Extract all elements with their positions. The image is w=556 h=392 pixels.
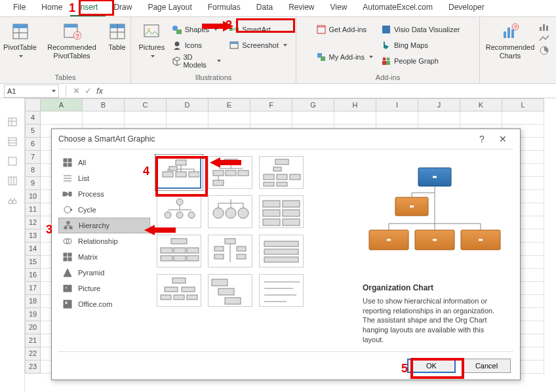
cell[interactable] xyxy=(502,111,544,125)
category-matrix[interactable]: Matrix xyxy=(58,249,150,265)
col-header[interactable]: C xyxy=(125,98,167,111)
layout-thumbnail[interactable] xyxy=(157,235,201,267)
fx-button[interactable]: fx xyxy=(94,86,106,96)
row-header[interactable]: 9 xyxy=(25,177,41,190)
cell[interactable] xyxy=(250,111,292,125)
cell[interactable] xyxy=(41,111,83,125)
row-header[interactable]: 18 xyxy=(25,295,41,308)
layout-thumbnail[interactable] xyxy=(208,235,252,267)
row-header[interactable]: 11 xyxy=(25,203,41,216)
category-relationship[interactable]: Relationship xyxy=(58,233,150,249)
cell[interactable] xyxy=(167,111,208,125)
row-header[interactable]: 4 xyxy=(25,111,41,125)
layout-thumbnail[interactable] xyxy=(208,156,252,189)
tab-file[interactable]: File xyxy=(5,0,33,16)
people-graph-button[interactable]: People Graph xyxy=(378,54,462,68)
col-header[interactable]: I xyxy=(376,98,418,111)
dialog-close-button[interactable]: ✕ xyxy=(492,134,513,144)
bar-chart-icon[interactable] xyxy=(539,22,549,31)
row-header[interactable]: 8 xyxy=(25,164,41,177)
col-header[interactable]: E xyxy=(208,98,250,111)
tab-developer[interactable]: Developer xyxy=(441,0,492,16)
tab-data[interactable]: Data xyxy=(248,0,281,16)
tab-view[interactable]: View xyxy=(323,0,355,16)
tab-review[interactable]: Review xyxy=(281,0,322,16)
tab-home[interactable]: Home xyxy=(33,0,70,16)
pictures-button[interactable]: Pictures xyxy=(137,20,167,68)
col-header[interactable]: K xyxy=(460,98,502,111)
tab-formulas[interactable]: Formulas xyxy=(200,0,248,16)
cell[interactable] xyxy=(418,111,460,125)
row-header[interactable]: 13 xyxy=(25,229,41,243)
my-addins-button[interactable]: My Add-ins xyxy=(313,50,376,64)
layout-thumbnail[interactable] xyxy=(259,195,304,228)
cell[interactable] xyxy=(334,111,376,125)
layout-thumbnail[interactable] xyxy=(259,235,304,267)
row-header[interactable]: 19 xyxy=(25,308,41,321)
ok-button[interactable]: OK xyxy=(407,359,456,373)
col-header[interactable]: G xyxy=(292,98,334,111)
category-hierarchy[interactable]: Hierarchy xyxy=(58,218,150,233)
icons-button[interactable]: Icons xyxy=(169,38,224,52)
col-header[interactable]: B xyxy=(83,98,125,111)
sheet-icon[interactable] xyxy=(7,136,18,147)
row-header[interactable]: 22 xyxy=(25,347,41,361)
recommended-charts-button[interactable]: ? Recommended Charts xyxy=(484,20,536,60)
3dmodels-button[interactable]: 3D Models xyxy=(169,54,224,68)
row-header[interactable]: 16 xyxy=(25,269,41,282)
binoculars-icon[interactable] xyxy=(7,195,18,206)
row-header[interactable]: 5 xyxy=(25,125,41,138)
pie-chart-icon[interactable] xyxy=(539,46,549,55)
tab-pagelayout[interactable]: Page Layout xyxy=(140,0,199,16)
layout-thumbnail[interactable] xyxy=(259,156,304,189)
sheet-icon[interactable] xyxy=(7,156,18,167)
row-header[interactable]: 20 xyxy=(25,321,41,334)
bing-maps-button[interactable]: Bing Maps xyxy=(378,38,462,52)
cell[interactable] xyxy=(376,111,418,125)
category-process[interactable]: Process xyxy=(58,186,150,202)
cancel-button[interactable]: Cancel xyxy=(462,359,511,373)
recommended-pivottables-button[interactable]: ? Recommended PivotTables xyxy=(44,20,100,60)
row-header[interactable]: 15 xyxy=(25,256,41,269)
row-header[interactable]: 21 xyxy=(25,334,41,347)
name-box[interactable]: A1 xyxy=(4,85,59,98)
smartart-button[interactable]: SmartArt xyxy=(226,22,290,37)
cell[interactable] xyxy=(292,111,334,125)
select-all-corner[interactable] xyxy=(25,98,41,111)
layout-thumbnail[interactable] xyxy=(157,195,201,228)
col-header[interactable]: J xyxy=(418,98,460,111)
col-header[interactable]: A xyxy=(41,98,83,111)
tab-draw[interactable]: Draw xyxy=(106,0,140,16)
row-header[interactable]: 7 xyxy=(25,151,41,164)
category-list[interactable]: List xyxy=(58,170,150,186)
get-addins-button[interactable]: Get Add-ins xyxy=(313,22,376,37)
row-header[interactable]: 17 xyxy=(25,282,41,295)
dialog-help-button[interactable]: ? xyxy=(471,134,492,144)
sheet-icon[interactable] xyxy=(7,176,18,186)
sheet-icon[interactable] xyxy=(7,117,18,127)
row-header[interactable]: 14 xyxy=(25,243,41,256)
tab-insert[interactable]: Insert xyxy=(70,0,106,16)
cell[interactable] xyxy=(83,111,125,125)
layout-thumbnail[interactable] xyxy=(157,274,201,307)
line-chart-icon[interactable] xyxy=(539,34,549,43)
pivottable-button[interactable]: PivotTable xyxy=(0,20,41,60)
col-header[interactable]: L xyxy=(502,98,544,111)
layout-thumbnail[interactable] xyxy=(208,274,252,307)
category-all[interactable]: All xyxy=(58,155,150,170)
cell[interactable] xyxy=(208,111,250,125)
row-header[interactable]: 23 xyxy=(25,361,41,374)
category-officecom[interactable]: Office.com xyxy=(58,296,150,312)
row-header[interactable]: 10 xyxy=(25,190,41,203)
screenshot-button[interactable]: Screenshot xyxy=(226,38,290,52)
row-header[interactable]: 12 xyxy=(25,216,41,229)
layout-thumbnail[interactable] xyxy=(208,195,252,228)
category-picture[interactable]: Picture xyxy=(58,281,150,296)
row-header[interactable]: 6 xyxy=(25,138,41,151)
tab-automate[interactable]: AutomateExcel.com xyxy=(355,0,441,16)
category-cycle[interactable]: Cycle xyxy=(58,202,150,218)
category-pyramid[interactable]: Pyramid xyxy=(58,265,150,281)
col-header[interactable]: H xyxy=(334,98,376,111)
visio-button[interactable]: Visio Data Visualizer xyxy=(378,22,462,37)
shapes-button[interactable]: Shapes xyxy=(169,22,224,37)
